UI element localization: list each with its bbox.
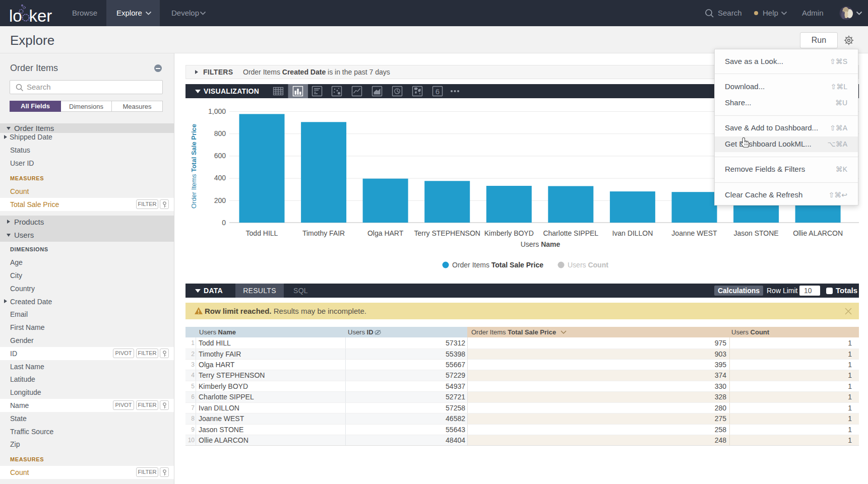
- svg-text:Users Count: Users Count: [568, 261, 608, 269]
- svg-text:Charlotte SIPPEL: Charlotte SIPPEL: [543, 229, 598, 237]
- svg-text:Users Name: Users Name: [521, 240, 561, 248]
- svg-text:800: 800: [214, 129, 226, 137]
- svg-text:0: 0: [222, 219, 226, 227]
- svg-text:Ivan DILLON: Ivan DILLON: [612, 229, 653, 237]
- svg-text:Joanne WEST: Joanne WEST: [671, 229, 717, 237]
- svg-text:1,000: 1,000: [208, 107, 226, 115]
- svg-text:Jason STONE: Jason STONE: [733, 229, 778, 237]
- svg-text:Olga HART: Olga HART: [367, 229, 404, 237]
- svg-text:Order Items Total Sale Price: Order Items Total Sale Price: [452, 261, 543, 269]
- svg-text:ker: ker: [29, 7, 52, 25]
- svg-text:lo: lo: [9, 7, 22, 25]
- svg-text:Todd HILL: Todd HILL: [246, 229, 278, 237]
- svg-text:600: 600: [214, 152, 226, 160]
- svg-text:Terry STEPHENSON: Terry STEPHENSON: [414, 229, 480, 237]
- svg-text:400: 400: [214, 174, 226, 182]
- svg-text:Ollie ALARCON: Ollie ALARCON: [793, 229, 843, 237]
- svg-text:6: 6: [436, 87, 440, 96]
- svg-text:Order Items Total Sale Price: Order Items Total Sale Price: [190, 124, 198, 209]
- svg-text:Timothy FAIR: Timothy FAIR: [302, 229, 345, 237]
- svg-text:Kimberly BOYD: Kimberly BOYD: [484, 229, 534, 237]
- svg-text:200: 200: [214, 196, 226, 204]
